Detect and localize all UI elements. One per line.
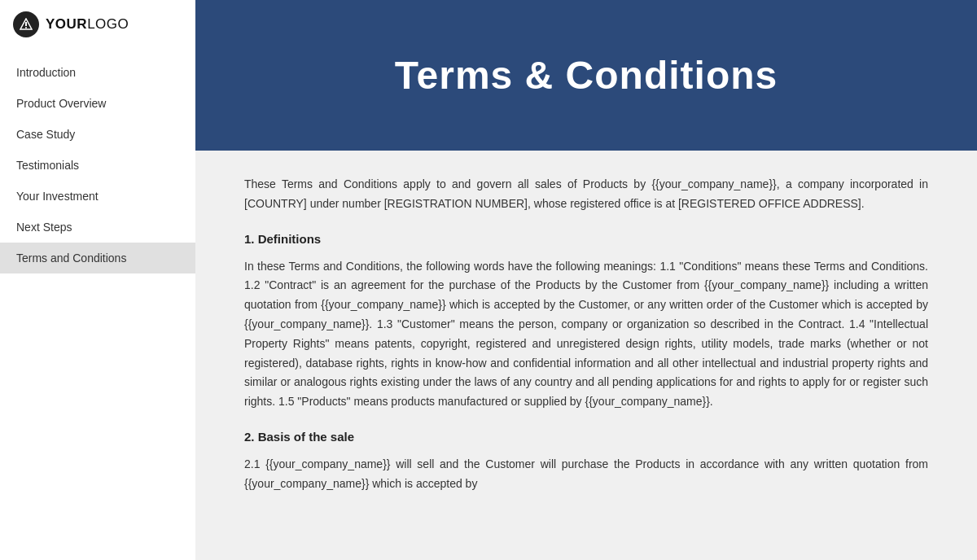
intro-paragraph: These Terms and Conditions apply to and … — [244, 175, 928, 214]
section1-text: In these Terms and Conditions, the follo… — [244, 257, 928, 412]
sidebar-item-your-investment[interactable]: Your Investment — [0, 181, 195, 212]
section2-heading: 2. Basis of the sale — [244, 430, 928, 444]
svg-point-2 — [25, 27, 27, 28]
sidebar-item-testimonials[interactable]: Testimonials — [0, 150, 195, 181]
header-banner: Terms & Conditions — [195, 0, 977, 151]
sidebar-item-product-overview[interactable]: Product Overview — [0, 88, 195, 119]
logo-text: YOURLOGO — [46, 16, 129, 33]
sidebar-item-case-study[interactable]: Case Study — [0, 119, 195, 150]
sidebar-item-next-steps[interactable]: Next Steps — [0, 212, 195, 243]
nav: Introduction Product Overview Case Study… — [0, 49, 195, 273]
content-area[interactable]: These Terms and Conditions apply to and … — [195, 151, 977, 560]
logo-bold: YOUR — [46, 16, 87, 32]
sidebar: YOURLOGO Introduction Product Overview C… — [0, 0, 195, 560]
sidebar-item-introduction[interactable]: Introduction — [0, 57, 195, 88]
sidebar-item-terms-and-conditions[interactable]: Terms and Conditions — [0, 243, 195, 273]
logo-light: LOGO — [87, 16, 129, 32]
logo-area: YOURLOGO — [0, 0, 195, 49]
logo-icon — [13, 11, 39, 37]
section2-text: 2.1 {{your_company_name}} will sell and … — [244, 455, 928, 494]
page-title: Terms & Conditions — [395, 53, 778, 98]
section1-heading: 1. Definitions — [244, 232, 928, 246]
main-content: Terms & Conditions These Terms and Condi… — [195, 0, 977, 560]
